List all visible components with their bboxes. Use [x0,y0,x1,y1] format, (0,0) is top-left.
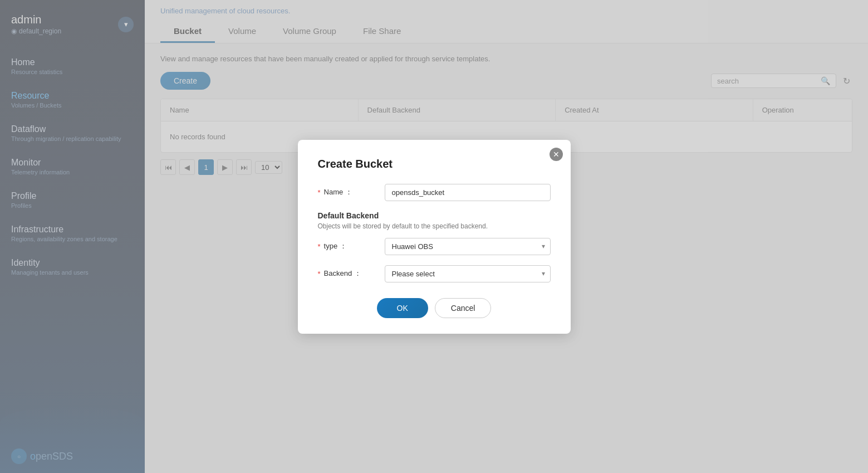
close-icon: ✕ [553,150,560,159]
required-star-name: * [318,188,321,197]
form-label-type: * type ： [318,241,385,251]
ok-button[interactable]: OK [377,298,428,318]
type-select[interactable]: Huawei OBS AWS S3 Ceph S3 Azure Blob [385,238,551,255]
form-label-backend: * Backend ： [318,269,385,279]
required-star-type: * [318,242,321,251]
default-backend-section-desc: Objects will be stored by default to the… [318,222,551,230]
create-bucket-modal: Create Bucket ✕ * Name ： Default Backend… [298,140,571,334]
backend-select[interactable]: Please select [385,265,551,282]
form-label-name: * Name ： [318,187,385,197]
form-row-backend: * Backend ： Please select ▾ [318,265,551,282]
modal-title: Create Bucket [318,158,551,170]
modal-footer: OK Cancel [318,298,551,318]
form-row-name: * Name ： [318,184,551,201]
modal-overlay: Create Bucket ✕ * Name ： Default Backend… [0,0,868,473]
bucket-name-input[interactable] [385,184,551,201]
modal-close-button[interactable]: ✕ [550,148,563,161]
backend-select-wrapper: Please select ▾ [385,265,551,282]
default-backend-section-title: Default Backend [318,211,551,220]
type-select-wrapper: Huawei OBS AWS S3 Ceph S3 Azure Blob ▾ [385,238,551,255]
cancel-button[interactable]: Cancel [435,298,492,318]
required-star-backend: * [318,270,321,278]
form-row-type: * type ： Huawei OBS AWS S3 Ceph S3 Azure… [318,238,551,255]
